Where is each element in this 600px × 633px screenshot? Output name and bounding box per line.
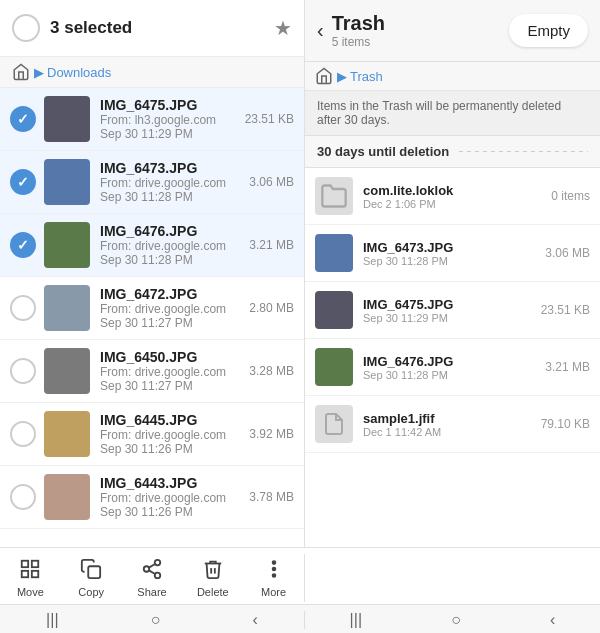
right-header: ‹ Trash 5 items Empty (305, 0, 600, 62)
nav-menu-left[interactable]: ||| (46, 611, 58, 629)
downloads-breadcrumb[interactable]: Downloads (47, 65, 111, 80)
more-button[interactable]: More (243, 554, 304, 602)
file-size: 3.21 MB (249, 238, 294, 252)
item-checkbox[interactable] (10, 484, 36, 510)
selected-count: 3 selected (50, 18, 274, 38)
delete-button[interactable]: Delete (182, 554, 243, 602)
trash-file-info: IMG_6476.JPG Sep 30 11:28 PM (363, 354, 537, 381)
trash-file-list: com.lite.loklok Dec 2 1:06 PM 0 items IM… (305, 168, 600, 547)
system-nav: ||| ○ ‹ ||| ○ ‹ (0, 604, 600, 633)
file-source: From: drive.google.com (100, 491, 241, 505)
move-label: Move (17, 586, 44, 598)
trash-file-date: Dec 2 1:06 PM (363, 198, 543, 210)
item-checkbox[interactable] (10, 106, 36, 132)
home-icon-right[interactable] (315, 67, 333, 85)
trash-title: Trash (332, 12, 510, 35)
item-checkbox[interactable] (10, 169, 36, 195)
file-name: IMG_6472.JPG (100, 286, 241, 302)
right-panel: ‹ Trash 5 items Empty ▶ Trash Items in t… (305, 0, 600, 547)
file-name: IMG_6473.JPG (100, 160, 241, 176)
trash-file-size: 3.21 MB (545, 360, 590, 374)
trash-file-size: 3.06 MB (545, 246, 590, 260)
item-checkbox[interactable] (10, 295, 36, 321)
file-size: 3.28 MB (249, 364, 294, 378)
file-thumbnail (44, 96, 90, 142)
file-source: From: drive.google.com (100, 302, 241, 316)
trash-file-name: sample1.jfif (363, 411, 533, 426)
nav-home-left[interactable]: ○ (151, 611, 161, 629)
breadcrumb-arrow: ▶ (34, 65, 44, 80)
trash-file-info: IMG_6473.JPG Sep 30 11:28 PM (363, 240, 537, 267)
file-item[interactable]: IMG_6475.JPG From: lh3.google.com Sep 30… (0, 88, 304, 151)
file-info: IMG_6476.JPG From: drive.google.com Sep … (100, 223, 241, 267)
folder-icon (320, 182, 348, 210)
file-info: IMG_6443.JPG From: drive.google.com Sep … (100, 475, 241, 519)
delete-icon (202, 558, 224, 580)
home-icon[interactable] (12, 63, 30, 81)
trash-item[interactable]: IMG_6473.JPG Sep 30 11:28 PM 3.06 MB (305, 225, 600, 282)
file-item[interactable]: IMG_6472.JPG From: drive.google.com Sep … (0, 277, 304, 340)
svg-point-7 (155, 573, 161, 579)
file-date: Sep 30 11:29 PM (100, 127, 237, 141)
svg-point-12 (272, 574, 275, 577)
nav-back-left[interactable]: ‹ (253, 611, 258, 629)
select-all-checkbox[interactable] (12, 14, 40, 42)
right-breadcrumb: ▶ Trash (305, 62, 600, 91)
file-item[interactable]: IMG_6445.JPG From: drive.google.com Sep … (0, 403, 304, 466)
item-checkbox[interactable] (10, 421, 36, 447)
file-source: From: drive.google.com (100, 365, 241, 379)
empty-button[interactable]: Empty (509, 14, 588, 47)
trash-file-date: Sep 30 11:28 PM (363, 369, 537, 381)
file-name: IMG_6475.JPG (100, 97, 237, 113)
trash-file-size: 79.10 KB (541, 417, 590, 431)
trash-file-date: Dec 1 11:42 AM (363, 426, 533, 438)
trash-item[interactable]: IMG_6475.JPG Sep 30 11:29 PM 23.51 KB (305, 282, 600, 339)
file-thumbnail (44, 222, 90, 268)
item-checkbox[interactable] (10, 232, 36, 258)
favorite-icon[interactable]: ★ (274, 16, 292, 40)
file-item[interactable]: IMG_6443.JPG From: drive.google.com Sep … (0, 466, 304, 529)
svg-rect-3 (22, 571, 28, 577)
file-info: IMG_6472.JPG From: drive.google.com Sep … (100, 286, 241, 330)
bottom-toolbar: Move Copy Share Delete More (0, 547, 600, 604)
trash-file-name: IMG_6476.JPG (363, 354, 537, 369)
file-info: IMG_6473.JPG From: drive.google.com Sep … (100, 160, 241, 204)
nav-home-right[interactable]: ○ (451, 611, 461, 629)
copy-icon (80, 558, 102, 580)
trash-item[interactable]: IMG_6476.JPG Sep 30 11:28 PM 3.21 MB (305, 339, 600, 396)
file-list: IMG_6475.JPG From: lh3.google.com Sep 30… (0, 88, 304, 547)
trash-file-date: Sep 30 11:29 PM (363, 312, 533, 324)
left-breadcrumb: ▶ Downloads (0, 57, 304, 88)
more-label: More (261, 586, 286, 598)
share-button[interactable]: Share (122, 554, 183, 602)
file-item[interactable]: IMG_6476.JPG From: drive.google.com Sep … (0, 214, 304, 277)
nav-back-right[interactable]: ‹ (550, 611, 555, 629)
file-item[interactable]: IMG_6473.JPG From: drive.google.com Sep … (0, 151, 304, 214)
trash-subtitle: 5 items (332, 35, 510, 49)
svg-rect-2 (32, 571, 38, 577)
file-thumbnail (44, 348, 90, 394)
trash-item[interactable]: com.lite.loklok Dec 2 1:06 PM 0 items (305, 168, 600, 225)
trash-thumbnail (315, 348, 353, 386)
trash-breadcrumb[interactable]: Trash (350, 69, 383, 84)
file-date: Sep 30 11:27 PM (100, 316, 241, 330)
item-checkbox[interactable] (10, 358, 36, 384)
file-name: IMG_6443.JPG (100, 475, 241, 491)
share-label: Share (137, 586, 166, 598)
file-icon (322, 412, 346, 436)
copy-button[interactable]: Copy (61, 554, 122, 602)
file-date: Sep 30 11:26 PM (100, 442, 241, 456)
svg-rect-0 (22, 561, 28, 567)
move-button[interactable]: Move (0, 554, 61, 602)
back-button[interactable]: ‹ (317, 19, 324, 42)
trash-item[interactable]: sample1.jfif Dec 1 11:42 AM 79.10 KB (305, 396, 600, 453)
file-source: From: drive.google.com (100, 239, 241, 253)
trash-file-date: Sep 30 11:28 PM (363, 255, 537, 267)
file-item[interactable]: IMG_6450.JPG From: drive.google.com Sep … (0, 340, 304, 403)
file-size: 3.92 MB (249, 427, 294, 441)
delete-label: Delete (197, 586, 229, 598)
toolbar-left: Move Copy Share Delete More (0, 554, 305, 602)
file-name: IMG_6445.JPG (100, 412, 241, 428)
nav-menu-right[interactable]: ||| (350, 611, 362, 629)
file-size: 23.51 KB (245, 112, 294, 126)
